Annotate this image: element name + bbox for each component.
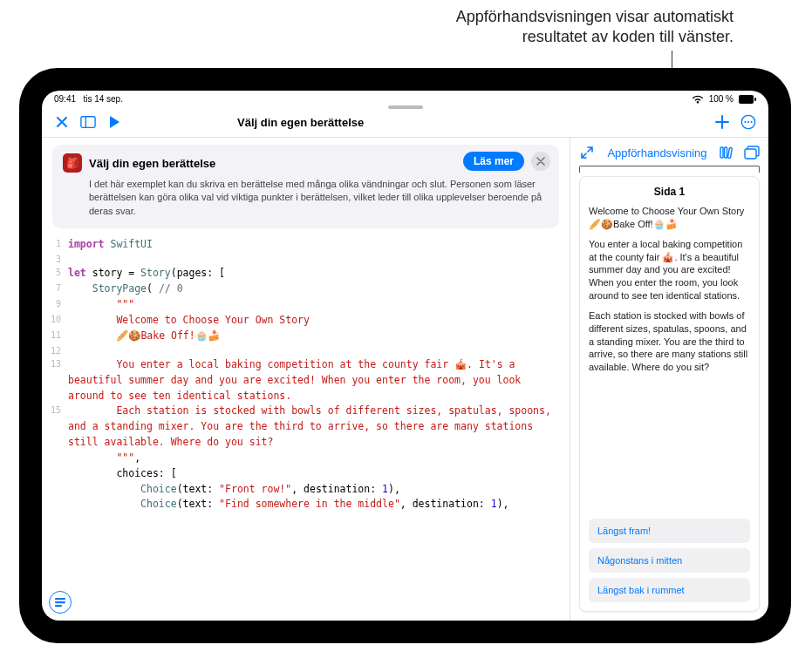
svg-point-6 — [747, 121, 749, 123]
read-more-button[interactable]: Läs mer — [463, 152, 524, 171]
doc-app-icon: 🎒 — [63, 153, 82, 173]
screen: 09:41 tis 14 sep. 100 % — [42, 91, 768, 621]
code-line[interactable]: 10 Welcome to Choose Your Own Story — [42, 313, 570, 329]
line-number: 13 — [42, 357, 68, 404]
code-text[interactable]: import SwiftUI — [68, 237, 163, 253]
line-number: 9 — [42, 297, 68, 313]
svg-rect-1 — [754, 98, 756, 101]
line-number — [42, 497, 68, 512]
code-text[interactable]: 🥖🍪Bake Off!🧁🍰 — [68, 329, 230, 344]
svg-rect-12 — [725, 147, 727, 158]
code-line[interactable]: 9 """ — [42, 297, 570, 313]
choice-button[interactable]: Någonstans i mitten — [589, 548, 750, 573]
figure-caption: Appförhandsvisningen visar automatiskt r… — [0, 0, 812, 48]
code-line[interactable]: Choice(text: "Find somewhere in the midd… — [42, 497, 570, 512]
svg-rect-8 — [55, 598, 65, 600]
svg-rect-15 — [745, 149, 756, 159]
caption-line-1: Appförhandsvisningen visar automatiskt — [456, 8, 734, 25]
run-icon[interactable] — [106, 114, 122, 130]
code-line[interactable]: 13 You enter a local baking competition … — [42, 357, 570, 404]
svg-rect-13 — [727, 147, 732, 158]
line-number — [42, 482, 68, 498]
code-text[interactable]: let story = Story(pages: [ — [68, 266, 235, 282]
code-line[interactable]: 12 — [42, 344, 570, 358]
add-icon[interactable] — [714, 114, 730, 130]
code-line[interactable]: 15 Each station is stocked with bowls of… — [42, 404, 570, 450]
close-card-button[interactable] — [531, 152, 550, 171]
svg-rect-0 — [739, 95, 754, 104]
status-time: 09:41 — [54, 94, 76, 104]
expand-icon[interactable] — [579, 145, 595, 160]
line-number — [42, 466, 68, 482]
code-line[interactable]: 1import SwiftUI — [42, 237, 570, 253]
preview-paragraph: Each station is stocked with bowls of di… — [589, 309, 750, 374]
code-text[interactable]: choices: [ — [68, 466, 188, 482]
status-right: 100 % — [692, 94, 756, 104]
hints-button[interactable] — [49, 591, 72, 614]
code-text[interactable]: Each station is stocked with bowls of di… — [68, 404, 570, 450]
preview-paragraph: Welcome to Choose Your Own Story 🥖🍪Bake … — [589, 205, 750, 231]
choice-list: Längst fram! Någonstans i mitten Längst … — [589, 519, 750, 602]
code-line[interactable]: Choice(text: "Front row!", destination: … — [42, 482, 570, 498]
ipad-frame: 09:41 tis 14 sep. 100 % — [19, 68, 791, 643]
line-number: 11 — [42, 329, 68, 344]
code-text[interactable]: You enter a local baking competition at … — [68, 357, 570, 404]
caption-line-2b: resultatet av koden till vänster. — [522, 28, 734, 45]
battery-icon — [739, 95, 756, 104]
callout-bracket — [579, 166, 760, 173]
preview-label: Appförhandsvisning — [602, 146, 713, 159]
code-line[interactable]: 5let story = Story(pages: [ — [42, 266, 570, 282]
content-area: 🎒 Välj din egen berättelse I det här exe… — [42, 137, 768, 621]
code-line[interactable]: 3 — [42, 253, 570, 267]
window-icon[interactable] — [744, 145, 760, 160]
code-text[interactable] — [68, 253, 78, 267]
choice-button[interactable]: Längst fram! — [589, 519, 750, 543]
line-number: 1 — [42, 237, 68, 253]
preview-paragraph: You enter a local baking competition at … — [589, 238, 750, 302]
svg-rect-9 — [55, 601, 65, 603]
code-line[interactable]: choices: [ — [42, 466, 570, 482]
code-line[interactable]: """, — [42, 451, 570, 466]
line-number: 3 — [42, 253, 68, 267]
preview-page-title: Sida 1 — [589, 186, 750, 198]
library-icon[interactable] — [720, 145, 735, 160]
line-number: 5 — [42, 266, 68, 282]
svg-rect-2 — [81, 117, 95, 128]
code-line[interactable]: 7 StoryPage( // 0 — [42, 282, 570, 297]
status-left: 09:41 tis 14 sep. — [54, 94, 123, 104]
status-bar: 09:41 tis 14 sep. 100 % — [42, 91, 768, 104]
close-icon[interactable] — [54, 114, 70, 130]
sidebar-icon[interactable] — [80, 114, 96, 130]
svg-rect-11 — [720, 147, 723, 158]
app-preview: Sida 1 Welcome to Choose Your Own Story … — [579, 176, 760, 612]
svg-point-7 — [751, 121, 753, 123]
line-number: 10 — [42, 313, 68, 329]
choice-button[interactable]: Längst bak i rummet — [589, 578, 750, 602]
code-editor[interactable]: 1import SwiftUI35let story = Story(pages… — [42, 235, 570, 621]
code-line[interactable]: 11 🥖🍪Bake Off!🧁🍰 — [42, 329, 570, 344]
wifi-icon — [692, 95, 704, 104]
doc-info-card: 🎒 Välj din egen berättelse I det här exe… — [52, 145, 559, 228]
doc-card-description: I det här exemplet kan du skriva en berä… — [63, 178, 549, 218]
svg-point-5 — [744, 121, 746, 123]
code-text[interactable]: StoryPage( // 0 — [68, 282, 194, 297]
svg-rect-10 — [55, 605, 62, 607]
code-text[interactable]: Choice(text: "Find somewhere in the midd… — [68, 497, 519, 512]
line-number: 12 — [42, 344, 68, 358]
preview-toolbar: Appförhandsvisning — [570, 138, 768, 166]
status-date: tis 14 sep. — [83, 94, 123, 104]
more-icon[interactable] — [740, 114, 756, 130]
code-text[interactable]: """, — [68, 451, 151, 466]
code-text[interactable]: Welcome to Choose Your Own Story — [68, 313, 320, 329]
editor-pane: 🎒 Välj din egen berättelse I det här exe… — [42, 138, 570, 621]
line-number — [42, 451, 68, 466]
code-text[interactable]: Choice(text: "Front row!", destination: … — [68, 482, 411, 498]
preview-pane: Appförhandsvisning Sida 1 Welcome to Cho… — [570, 138, 768, 621]
code-text[interactable] — [68, 344, 78, 358]
battery-percent: 100 % — [709, 94, 734, 104]
line-number: 15 — [42, 404, 68, 450]
doc-card-title: Välj din egen berättelse — [89, 157, 215, 170]
document-title: Välj din egen berättelse — [237, 116, 364, 129]
code-text[interactable]: """ — [68, 297, 145, 313]
editor-toolbar: Välj din egen berättelse — [42, 109, 768, 137]
